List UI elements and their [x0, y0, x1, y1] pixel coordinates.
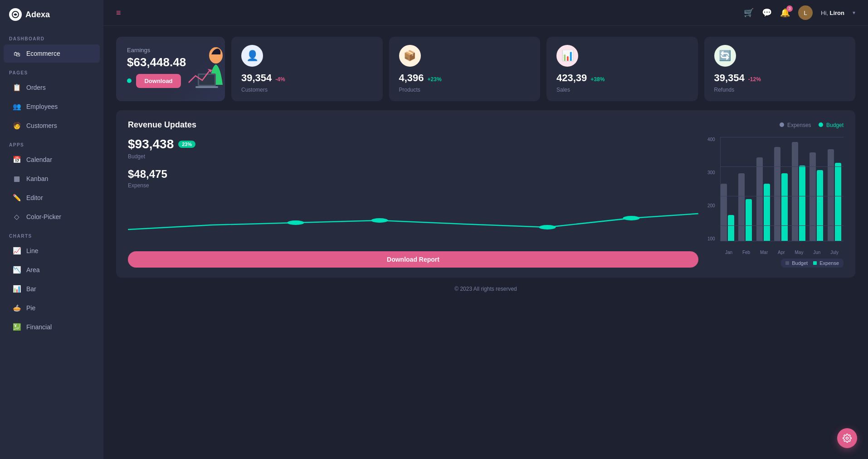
yaxis-label: 100 — [707, 236, 715, 241]
bar-group — [792, 142, 808, 241]
chart-xaxis: JanFebMarAprMayJunJuly — [720, 250, 844, 255]
app-name: Adexa — [25, 10, 50, 20]
revenue-card: Revenue Updates Expenses Budget — [116, 110, 855, 278]
expense-bar-swatch — [813, 261, 817, 265]
employees-icon: 👥 — [13, 103, 21, 111]
main-content: ≡ 🛒 💬 🔔 3 L Hi, Liron ▾ — [103, 0, 868, 459]
xaxis-label: Mar — [760, 250, 768, 255]
revenue-left: $93,438 23% Budget $48,475 Expense — [128, 137, 707, 268]
download-report-button[interactable]: Download Report — [128, 251, 698, 268]
sidebar-item-customers[interactable]: 🧑 Customers — [4, 117, 100, 135]
sidebar-item-line[interactable]: 📈 Line — [4, 242, 100, 260]
svg-point-10 — [623, 216, 640, 220]
earnings-illustration — [184, 37, 225, 101]
sidebar-item-financial[interactable]: 💹 Financial — [4, 318, 100, 336]
revenue-right: 400300200100 JanFebMarAprMayJunJuly Budg… — [707, 137, 844, 268]
stat-value-row: 4,396 +23% — [399, 72, 442, 84]
user-greeting: Hi, Liron — [821, 10, 844, 16]
stat-label: Sales — [556, 87, 570, 93]
sidebar-item-bar[interactable]: 📊 Bar — [4, 280, 100, 298]
svg-point-7 — [288, 220, 304, 225]
stat-change: +38% — [590, 76, 605, 83]
xaxis-label: Apr — [778, 250, 785, 255]
sidebar-item-pie[interactable]: 🥧 Pie — [4, 299, 100, 317]
grid-line — [720, 225, 844, 226]
expense-bar — [835, 163, 841, 241]
user-dropdown-icon[interactable]: ▾ — [853, 10, 855, 16]
sidebar-item-employees[interactable]: 👥 Employees — [4, 98, 100, 116]
notifications-button[interactable]: 🔔 3 — [780, 8, 790, 18]
stat-change: +23% — [428, 76, 442, 83]
sidebar-item-area[interactable]: 📉 Area — [4, 261, 100, 279]
stat-icon: 📊 — [556, 45, 578, 67]
budget-label: Budget — [128, 153, 698, 160]
expense-section: $48,475 Expense — [128, 168, 698, 189]
logo-icon — [9, 8, 22, 21]
bar-chart: 400300200100 JanFebMarAprMayJunJuly Budg… — [707, 137, 844, 255]
settings-fab[interactable] — [837, 428, 857, 448]
stat-value-row: 39,354 -4% — [241, 72, 285, 84]
expense-bar — [746, 199, 752, 241]
svg-point-11 — [846, 437, 848, 439]
sidebar-item-editor[interactable]: ✏️ Editor — [4, 189, 100, 207]
xaxis-label: May — [795, 250, 804, 255]
sidebar-item-orders[interactable]: 📋 Orders — [4, 78, 100, 97]
budget-bar — [738, 173, 745, 241]
calendar-icon: 📅 — [13, 156, 21, 164]
stat-card-refunds: 🔄 39,354 -12% Refunds — [704, 37, 856, 101]
revenue-header: Revenue Updates Expenses Budget — [128, 120, 844, 130]
stat-value: 39,354 — [714, 72, 745, 84]
budget-section: $93,438 23% Budget — [128, 137, 698, 160]
line-chart-icon: 📈 — [13, 247, 21, 255]
xaxis-label: Feb — [742, 250, 750, 255]
avatar: L — [798, 5, 813, 20]
budget-bar — [792, 142, 798, 241]
stat-value: 39,354 — [241, 72, 272, 84]
bar-group — [828, 149, 844, 241]
stat-value: 4,396 — [399, 72, 424, 84]
stat-value: 423,39 — [556, 72, 587, 84]
earnings-download-button[interactable]: Download — [136, 74, 180, 88]
sidebar-item-calendar[interactable]: 📅 Calendar — [4, 151, 100, 169]
user-name: Liron — [830, 10, 845, 16]
yaxis-label: 200 — [707, 203, 715, 208]
expense-bar — [728, 215, 734, 241]
cart-button[interactable]: 🛒 — [744, 8, 754, 18]
sidebar-item-kanban[interactable]: ▦ Kanban — [4, 170, 100, 188]
xaxis-label: July — [830, 250, 839, 255]
chart-legend-expense: Expense — [813, 260, 839, 266]
sidebar: Adexa DASHBOARD 🛍 Ecommerce PAGES 📋 Orde… — [0, 0, 103, 459]
stat-card-sales: 📊 423,39 +38% Sales — [546, 37, 698, 101]
budget-value: $93,438 — [128, 137, 174, 151]
pages-section-label: PAGES — [0, 63, 103, 78]
stats-container: 👤 39,354 -4% Customers 📦 4,396 +23% Prod… — [231, 37, 855, 101]
stat-icon: 🔄 — [714, 45, 736, 67]
stat-card-products: 📦 4,396 +23% Products — [389, 37, 541, 101]
stat-change: -12% — [748, 76, 761, 83]
earnings-dot — [127, 78, 132, 83]
svg-rect-5 — [195, 86, 218, 88]
kanban-icon: ▦ — [13, 175, 21, 183]
grid-line — [720, 196, 844, 196]
chat-button[interactable]: 💬 — [762, 8, 772, 18]
chat-icon: 💬 — [762, 8, 772, 17]
budget-bar — [774, 147, 780, 241]
xaxis-label: Jan — [725, 250, 732, 255]
customers-icon: 🧑 — [13, 122, 21, 130]
expense-label: Expense — [128, 182, 698, 189]
yaxis-label: 400 — [707, 137, 715, 142]
sidebar-item-color-picker[interactable]: ◇ Color-Picker — [4, 208, 100, 226]
expense-bar — [817, 170, 823, 241]
grid-line — [720, 166, 844, 167]
topbar-left: ≡ — [116, 8, 121, 18]
revenue-title: Revenue Updates — [128, 120, 196, 130]
menu-toggle-button[interactable]: ≡ — [116, 8, 121, 18]
stat-card-customers: 👤 39,354 -4% Customers — [231, 37, 383, 101]
sidebar-item-ecommerce[interactable]: 🛍 Ecommerce — [4, 44, 100, 63]
svg-point-9 — [539, 225, 556, 230]
editor-icon: ✏️ — [13, 194, 21, 202]
page-content: Earnings $63,448.48 Download — [103, 26, 868, 459]
budget-bar-swatch — [785, 261, 789, 265]
stat-icon: 📦 — [399, 45, 421, 67]
svg-point-8 — [371, 218, 388, 223]
